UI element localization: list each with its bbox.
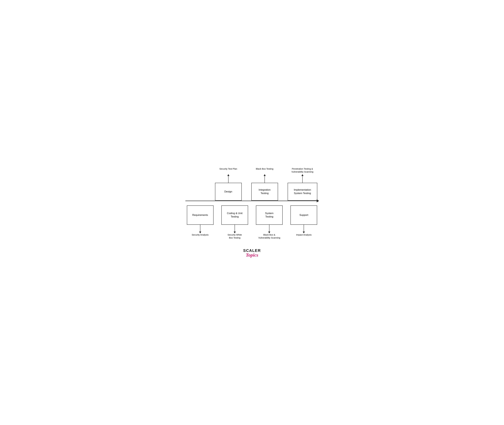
penetration-testing-label: Penetration Testing &Vulnerability Scann… bbox=[288, 167, 317, 173]
security-white-box-testing-label: Security WhiteBox Testing bbox=[221, 233, 249, 239]
black-box-testing-label: Black Box Testing bbox=[251, 167, 278, 173]
system-testing-box: SystemTesting bbox=[256, 206, 283, 225]
coding-unit-testing-box: Coding & UnitTesting bbox=[221, 206, 248, 225]
coding-unit-testing-wrap: Coding & UnitTesting Security WhiteBox T… bbox=[220, 206, 249, 239]
system-testing-arrow-down bbox=[269, 225, 269, 232]
system-testing-wrap: SystemTesting Black Box &Vulnerability S… bbox=[255, 206, 284, 239]
requirements-wrap: Requirements Security Analysis bbox=[185, 206, 215, 239]
support-arrow-down bbox=[304, 225, 304, 232]
security-test-plan-label: Security Test Plan bbox=[215, 167, 242, 173]
coding-arrow-down bbox=[235, 225, 235, 232]
impact-analysis-label: Impact Analysis bbox=[290, 233, 318, 236]
requirements-box: Requirements bbox=[187, 206, 214, 225]
diagram-container: Security Test Plan Black Box Testing Pen… bbox=[185, 167, 319, 258]
support-box: Support bbox=[290, 206, 317, 225]
integration-testing-box: IntegrationTesting bbox=[251, 183, 278, 200]
logo-topics: Topics bbox=[185, 252, 319, 258]
implementation-arrow-up bbox=[288, 175, 317, 183]
integration-testing-arrow-up bbox=[251, 175, 278, 183]
requirements-arrow-down bbox=[200, 225, 200, 232]
security-analysis-label: Security Analysis bbox=[186, 233, 214, 236]
implementation-system-testing-box: ImplementationSystem Testing bbox=[288, 183, 317, 200]
bottom-section: Requirements Security Analysis Coding & … bbox=[185, 201, 319, 239]
logo-area: SCALER Topics bbox=[185, 248, 319, 258]
support-wrap: Support Impact Analysis bbox=[289, 206, 319, 239]
black-box-vulnerability-scanning-label: Black Box &Vulnerability Scanning bbox=[255, 233, 283, 239]
design-arrow-up bbox=[215, 175, 242, 183]
top-section: Security Test Plan Black Box Testing Pen… bbox=[185, 167, 319, 201]
design-box: Design bbox=[215, 183, 242, 200]
